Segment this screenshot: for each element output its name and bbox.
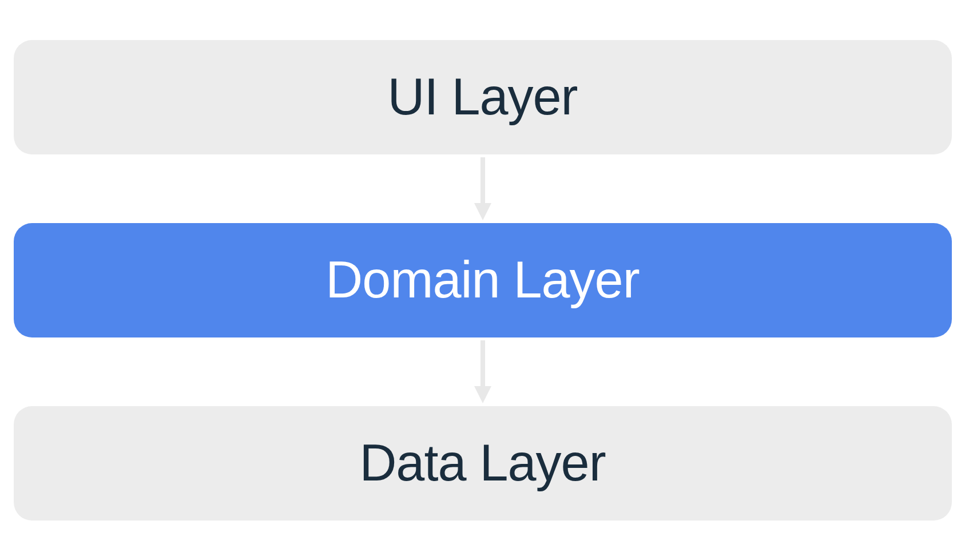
arrow-down-icon bbox=[471, 157, 494, 220]
ui-layer-box: UI Layer bbox=[14, 40, 952, 154]
arrow-down-icon bbox=[471, 340, 494, 403]
ui-layer-label: UI Layer bbox=[387, 67, 577, 126]
svg-marker-1 bbox=[474, 203, 491, 220]
domain-layer-box: Domain Layer bbox=[14, 223, 952, 337]
svg-marker-3 bbox=[474, 386, 491, 403]
data-layer-label: Data Layer bbox=[359, 434, 605, 493]
domain-layer-label: Domain Layer bbox=[325, 251, 639, 309]
arrow-1-container bbox=[471, 154, 494, 223]
arrow-2-container bbox=[471, 337, 494, 406]
architecture-diagram: UI Layer Domain Layer Data Layer bbox=[14, 40, 952, 521]
data-layer-box: Data Layer bbox=[14, 406, 952, 521]
